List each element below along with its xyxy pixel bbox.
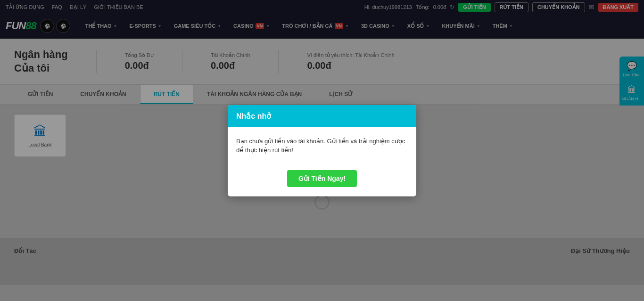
modal-header: Nhắc nhở [228, 105, 416, 127]
modal-footer: Gửi Tiền Ngay! [228, 164, 416, 196]
modal-title: Nhắc nhở [236, 112, 271, 120]
modal-overlay[interactable]: Nhắc nhở Bạn chưa gửi tiền vào tài khoản… [0, 0, 644, 301]
modal: Nhắc nhở Bạn chưa gửi tiền vào tài khoản… [228, 105, 416, 196]
modal-message: Bạn chưa gửi tiền vào tài khoản. Gửi tiề… [236, 137, 408, 155]
modal-body: Bạn chưa gửi tiền vào tài khoản. Gửi tiề… [228, 127, 416, 164]
gui-tien-ngay-button[interactable]: Gửi Tiền Ngay! [287, 170, 357, 187]
